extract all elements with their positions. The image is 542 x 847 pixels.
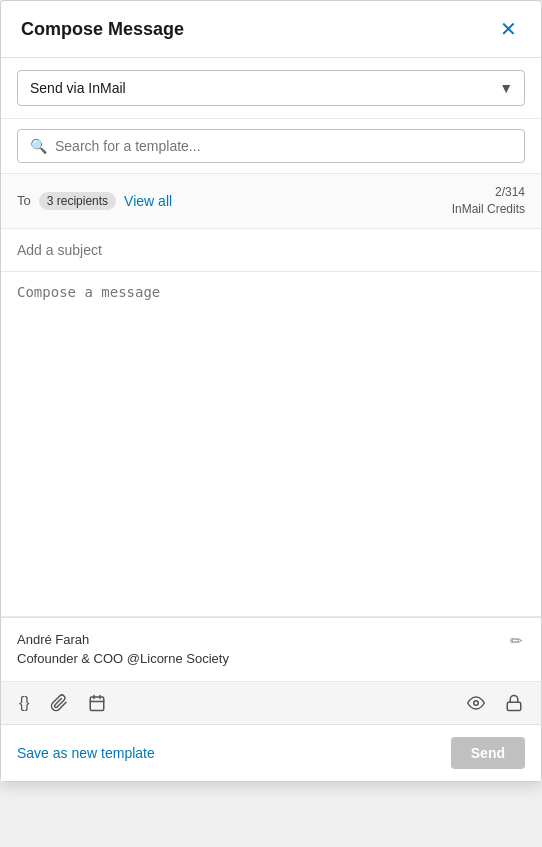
- template-search-section: 🔍: [1, 119, 541, 174]
- send-via-select[interactable]: Send via InMail Send via Email: [17, 70, 525, 106]
- subject-section: [1, 229, 541, 272]
- svg-rect-5: [507, 702, 521, 710]
- signature-title: Cofounder & COO @Licorne Society: [17, 649, 229, 669]
- lock-button[interactable]: [503, 692, 525, 714]
- inmail-credits: 2/314 InMail Credits: [452, 184, 525, 218]
- modal-title: Compose Message: [21, 19, 184, 40]
- to-label: To: [17, 193, 31, 208]
- close-button[interactable]: ✕: [496, 17, 521, 41]
- calendar-icon: [88, 694, 106, 712]
- compose-message-modal: Compose Message ✕ Send via InMail Send v…: [0, 0, 542, 782]
- toolbar-section: {}: [1, 682, 541, 725]
- preview-button[interactable]: [465, 692, 487, 714]
- signature-section: André Farah Cofounder & COO @Licorne Soc…: [1, 617, 541, 682]
- send-via-section: Send via InMail Send via Email ▼: [1, 58, 541, 119]
- attachment-button[interactable]: [48, 692, 70, 714]
- send-button[interactable]: Send: [451, 737, 525, 769]
- message-section: [1, 272, 541, 617]
- code-button[interactable]: {}: [17, 692, 32, 714]
- message-textarea[interactable]: [17, 284, 525, 604]
- edit-signature-button[interactable]: ✏: [508, 630, 525, 652]
- save-template-link[interactable]: Save as new template: [17, 745, 155, 761]
- recipients-row: To 3 recipients View all 2/314 InMail Cr…: [1, 174, 541, 229]
- view-all-link[interactable]: View all: [124, 193, 172, 209]
- recipients-left: To 3 recipients View all: [17, 192, 172, 210]
- attachment-icon: [50, 694, 68, 712]
- svg-point-4: [474, 700, 479, 705]
- svg-rect-0: [90, 697, 104, 711]
- send-via-dropdown-wrapper: Send via InMail Send via Email ▼: [17, 70, 525, 106]
- footer-section: Save as new template Send: [1, 725, 541, 781]
- search-wrapper: 🔍: [17, 129, 525, 163]
- modal-header: Compose Message ✕: [1, 1, 541, 58]
- calendar-button[interactable]: [86, 692, 108, 714]
- lock-icon: [505, 694, 523, 712]
- signature-text: André Farah Cofounder & COO @Licorne Soc…: [17, 630, 229, 669]
- credits-count: 2/314: [495, 185, 525, 199]
- preview-icon: [467, 694, 485, 712]
- toolbar-right: [465, 692, 525, 714]
- toolbar-left: {}: [17, 692, 108, 714]
- search-input[interactable]: [55, 138, 512, 154]
- recipients-badge: 3 recipients: [39, 192, 116, 210]
- subject-input[interactable]: [17, 242, 525, 258]
- credits-label: InMail Credits: [452, 202, 525, 216]
- signature-name: André Farah: [17, 630, 229, 650]
- search-icon: 🔍: [30, 138, 47, 154]
